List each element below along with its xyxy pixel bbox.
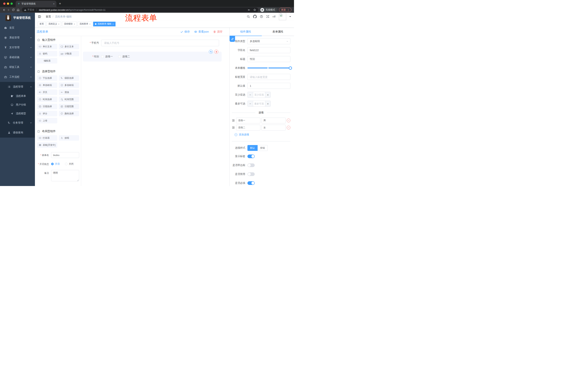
default-value-input[interactable] [247,83,290,89]
option1-value-input[interactable] [262,117,286,123]
search-icon[interactable] [247,15,250,18]
minimize-window-button[interactable] [7,2,9,5]
home-icon[interactable] [16,8,20,12]
browser-update-button[interactable]: 更新 ⋮ [279,8,292,12]
sidebar-item-process-model[interactable]: 流程模型 [0,109,35,118]
drag-handle-icon[interactable] [232,119,235,122]
sidebar-item-process-mgmt[interactable]: 流程管理 [0,82,35,92]
radio-on-selected[interactable] [51,163,54,165]
sidebar-item-process-form[interactable]: 流程表单 [0,92,35,100]
increase-icon[interactable]: + [265,92,271,97]
remove-option-icon[interactable]: − [287,126,290,129]
phone-input[interactable] [101,40,219,46]
palette-item-upload[interactable]: 上传 [37,118,57,123]
tag-process-definition[interactable]: 流程定义× [47,22,61,26]
app-logo[interactable]: 芋道管理系统 [0,13,35,23]
sidebar-item-system[interactable]: 系统管理 [0,33,35,43]
form-grid-slider[interactable] [247,65,290,71]
radio-on-label[interactable]: 开启 [55,162,60,166]
radio-off-label[interactable]: 关闭 [69,162,74,166]
view-json-button[interactable]: 查看json [194,30,209,33]
form-name-input[interactable] [51,152,79,158]
github-icon[interactable] [253,15,257,18]
slider-track[interactable] [247,67,290,68]
browser-tab[interactable]: 芋道管理系统 × [16,1,56,7]
sidebar-item-home[interactable]: 首页 [0,23,35,33]
breadcrumb-home[interactable]: 首页 [46,15,51,18]
option2-value-input[interactable] [262,125,286,130]
phone-field-row[interactable]: 手机号 [83,40,221,46]
show-label-switch-on[interactable] [247,155,255,158]
palette-item-date[interactable]: 日期选择 [37,104,57,109]
palette-item-checkbox-group[interactable]: 多选框组 [59,83,79,88]
disabled-switch-off[interactable] [247,172,255,176]
palette-item-date-range[interactable]: 日期范围 [59,104,79,109]
checkbox-icon[interactable] [118,55,121,58]
tag-process-form[interactable]: 流程表单× [78,22,92,26]
tag-process-form-edit[interactable]: 流程表单-编辑× [93,22,115,26]
decrease-icon[interactable]: − [248,101,253,106]
bookmark-star-icon[interactable] [253,8,256,11]
increase-icon[interactable]: + [265,101,271,106]
copy-component-button[interactable] [209,50,213,54]
tag-home[interactable]: 首页 [38,22,46,26]
palette-item-color[interactable]: 颜色选择 [59,111,79,116]
palette-item-time[interactable]: 时间选择 [37,97,57,102]
link-tab-button[interactable] [230,36,235,42]
address-bar[interactable]: 不安全 dashboard.yudao.iocoder.cn/bpm/manag… [22,8,258,12]
tag-close-icon[interactable]: × [112,23,114,25]
min-select-value[interactable]: 至少应选 [253,92,265,97]
component-type-select[interactable]: 多选框组 [247,38,290,44]
palette-item-radio-group[interactable]: 单选框组 [37,83,57,88]
tab-form-props[interactable]: 表单属性 [262,28,294,36]
palette-item-editor[interactable]: 编辑器 [37,58,57,64]
browser-menu-icon[interactable]: ⋮ [287,9,289,11]
selected-component-gender[interactable]: 性别 选项一 选项二 [83,52,221,62]
form-remark-textarea[interactable]: 嘿嘿 [51,170,79,181]
remove-option-icon[interactable]: − [287,119,290,122]
font-size-icon[interactable]: TT [273,15,276,18]
option2-label-input[interactable] [236,125,260,130]
gender-checkbox-option1[interactable]: 选项一 [101,55,113,58]
reload-icon[interactable] [11,8,16,12]
field-name-input[interactable] [247,47,290,53]
title-input[interactable] [247,56,290,62]
tag-process-model[interactable]: 流程模型× [62,22,77,26]
sidebar-item-payment[interactable]: ¥ 支付管理 [0,43,35,53]
zoom-window-button[interactable] [10,2,13,5]
style-button-button[interactable]: 按钮 [258,145,268,151]
tag-close-icon[interactable]: × [74,23,75,25]
slider-thumb[interactable] [289,66,292,70]
clear-button[interactable]: 清空 [213,30,222,33]
delete-component-button[interactable] [214,50,218,54]
sidebar-item-infrastructure[interactable]: 基础设施 [0,53,35,62]
form-canvas[interactable]: 手机号 性别 选项一 选 [81,36,230,186]
new-tab-button[interactable]: + [59,2,61,5]
palette-item-row-container[interactable]: 行容器 [37,135,57,141]
palette-item-slider[interactable]: 滑块 [59,90,79,95]
save-button[interactable]: 保存 [180,30,190,33]
gender-checkbox-option2[interactable]: 选项二 [118,55,130,58]
resize-grip-icon[interactable] [77,180,79,181]
palette-item-table[interactable]: 表格[开发中] [37,142,57,148]
palette-item-button[interactable]: 按钮 [59,135,79,141]
drag-handle-icon[interactable] [232,126,235,129]
forward-icon[interactable] [6,8,11,12]
tab-close-icon[interactable]: × [53,2,55,5]
sidebar-item-task-mgmt[interactable]: 任务管理 [0,118,35,128]
sidebar-item-leave-query[interactable]: 请假查询 [0,128,35,138]
palette-item-counter[interactable]: 123 计数器 [59,51,79,56]
max-select-value[interactable]: 最多可选 [253,101,265,106]
add-option-button[interactable]: + 添加选项 [234,133,290,136]
close-window-button[interactable] [3,2,5,5]
palette-item-switch[interactable]: 开关 [37,90,57,95]
tag-close-icon[interactable]: × [89,23,90,25]
help-icon[interactable] [260,15,263,18]
style-default-button[interactable]: 默认 [247,145,258,151]
option1-label-input[interactable] [236,117,260,123]
password-key-icon[interactable] [248,9,250,11]
sidebar-collapse-icon[interactable] [38,15,41,18]
back-icon[interactable] [1,8,6,12]
palette-item-cascader[interactable]: 级联选择 [59,75,79,81]
label-width-input[interactable] [247,74,290,80]
